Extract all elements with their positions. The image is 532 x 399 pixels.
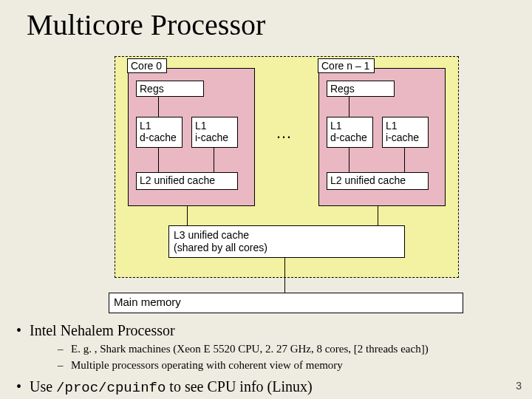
core-0-label: Core 0 [127, 58, 167, 73]
core-n-1-regs: Regs [327, 81, 395, 97]
l3-cache: L3 unified cache (shared by all cores) [168, 225, 405, 258]
connector [378, 206, 378, 225]
bullet-1-text: Intel Nehalem Processor [30, 322, 175, 338]
bullet-2-code: /proc/cpuinfo [56, 380, 166, 396]
core-0-l1-dcache: L1 d-cache [136, 117, 183, 148]
slide-title: Multicore Processor [27, 7, 265, 42]
connector [404, 148, 405, 172]
core-0-regs: Regs [136, 81, 204, 97]
core-n-1-l1-icache: L1 i-cache [382, 117, 429, 148]
connector [158, 148, 159, 172]
connector [158, 97, 159, 117]
core-0-l1-icache: L1 i-cache [191, 117, 238, 148]
bullet-1: •Intel Nehalem Processor [16, 321, 429, 340]
bullet-list: •Intel Nehalem Processor –E. g. , Shark … [16, 321, 429, 398]
bullet-2: •Use /proc/cpuinfo to see CPU info (Linu… [16, 377, 429, 398]
slide: Multicore Processor Core 0 Regs L1 d-cac… [0, 0, 532, 399]
bullet-1-sub-1-text: E. g. , Shark machines (Xeon E 5520 CPU,… [71, 343, 429, 355]
connector [187, 206, 188, 225]
core-n-1-label: Core n – 1 [318, 58, 375, 73]
bullet-2-post: to see CPU info (Linux) [166, 378, 312, 395]
connector [349, 148, 349, 172]
main-memory: Main memory [109, 293, 463, 313]
processor-box: Core 0 Regs L1 d-cache L1 i-cache L2 uni… [115, 56, 459, 278]
connector [214, 148, 214, 172]
core-0-l2: L2 unified cache [136, 172, 238, 190]
core-n-1-l2: L2 unified cache [327, 172, 429, 190]
page-number: 3 [516, 380, 522, 392]
bullet-2-pre: Use [30, 378, 56, 395]
bullet-1-sub-2-text: Multiple processors operating with coher… [71, 359, 343, 371]
connector [284, 257, 285, 293]
connector [349, 97, 349, 117]
core-n-1-l1-dcache: L1 d-cache [327, 117, 373, 148]
core-0: Core 0 Regs L1 d-cache L1 i-cache L2 uni… [128, 68, 255, 206]
bullet-1-sub-1: –E. g. , Shark machines (Xeon E 5520 CPU… [58, 341, 429, 356]
ellipsis: … [276, 123, 293, 143]
core-n-1: Core n – 1 Regs L1 d-cache L1 i-cache L2… [318, 68, 446, 206]
bullet-1-sub-2: –Multiple processors operating with cohe… [58, 358, 429, 372]
